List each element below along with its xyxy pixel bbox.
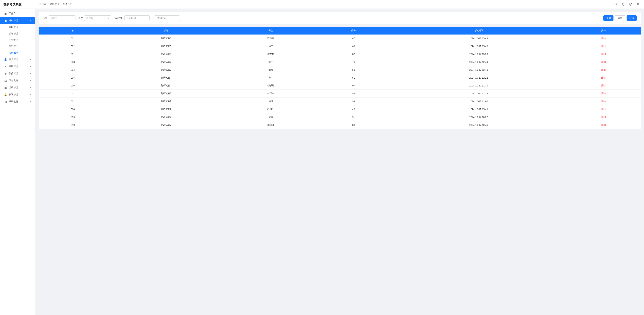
sidebar-item-exam-record[interactable]: 考试记录 (0, 50, 35, 56)
question-icon[interactable]: ? (628, 2, 632, 6)
sidebar-item-question-manage[interactable]: 题目管理 (0, 24, 35, 30)
paper-manage-label: 试卷管理 (9, 32, 18, 35)
delete-button[interactable]: 删除 (601, 123, 606, 126)
delete-button[interactable]: 删除 (601, 76, 606, 79)
cell-action: 删除 (566, 58, 641, 66)
cell-paper: 测试试卷3 (107, 121, 225, 129)
cell-paper: 测试试卷1 (107, 58, 225, 66)
cell-time: 2024-10-17 15:49 (390, 105, 566, 113)
paper-select[interactable]: 请选择 (49, 15, 76, 21)
student-select[interactable]: 请选择 (84, 15, 111, 21)
reset-button[interactable]: 重置 (615, 15, 625, 21)
table-row: 003 测试试卷1 沈中 76 2024-10-17 12:49 删除 (38, 58, 641, 66)
sidebar-item-paper-manage[interactable]: 试卷管理 (0, 30, 35, 37)
export-button[interactable]: 导出 (626, 15, 636, 21)
cell-id: 003 (38, 58, 107, 66)
user-avatar-icon[interactable] (636, 2, 640, 6)
breadcrumb-item-exam-manage[interactable]: 考试管理 (50, 3, 59, 6)
cell-time: 2024-10-17 12:22 (390, 74, 566, 82)
delete-button[interactable]: 删除 (601, 60, 606, 63)
table-row: 004 测试试卷1 邵煜 59 2024-10-17 12:40 删除 (38, 66, 641, 74)
cell-time: 2024-10-17 15:40 (390, 42, 566, 50)
cell-action: 删除 (566, 74, 641, 82)
cell-time: 2024-10-17 15:20 (390, 50, 566, 58)
decoration-manage-icon: ⚙ (4, 72, 7, 75)
question-manage-label: 题目管理 (9, 26, 18, 29)
exam-manage-submenu: 题目管理 试卷管理 年限管理 类型管理 考试记录 (0, 24, 35, 56)
cell-score: 43 (316, 105, 390, 113)
cell-student: 邵煜 (225, 66, 317, 74)
delete-button[interactable]: 删除 (601, 37, 606, 40)
delete-button[interactable]: 删除 (601, 84, 606, 87)
cell-paper: 测试试卷3 (107, 113, 225, 121)
search-icon[interactable] (614, 2, 618, 6)
sidebar-item-decoration-manage[interactable]: ⚙ 装修管理 ∨ (0, 70, 35, 77)
breadcrumb-sep-2: › (60, 3, 62, 6)
app-logo: 在线考试系统 (0, 0, 35, 9)
sidebar-item-exam-manage[interactable]: ◼ 考试管理 ∧ (0, 17, 35, 24)
cell-student: 侯中 (225, 42, 317, 50)
filter-group-time: 考试时间 — (114, 15, 180, 21)
cell-action: 删除 (566, 105, 641, 113)
delete-button[interactable]: 删除 (601, 68, 606, 71)
svg-point-4 (638, 3, 639, 4)
cell-score: 88 (316, 121, 390, 129)
sidebar-item-channel-settings[interactable]: ▤ 渠道设置 ∨ (0, 77, 35, 84)
cell-paper: 测试试卷2 (107, 105, 225, 113)
col-time: 考试时间 (390, 27, 566, 34)
end-date-input[interactable] (155, 15, 180, 21)
start-date-input[interactable] (124, 15, 150, 21)
exam-record-label: 考试记录 (9, 51, 18, 54)
paper-select-wrapper: 请选择 (49, 15, 76, 21)
sidebar: 在线考试系统 ▣ 工作台 ◼ 考试管理 ∧ 题目管理 试卷管理 年限管理 类型管… (0, 0, 35, 315)
permission-manage-icon: 🔒 (4, 93, 7, 96)
user-manage-icon: 👤 (4, 58, 7, 61)
sidebar-item-system-settings[interactable]: ⊞ 系统设置 ∨ (0, 98, 35, 105)
sidebar-item-org-manage[interactable]: ▦ 组织管理 ∨ (0, 84, 35, 91)
col-id: ID (38, 27, 107, 34)
cell-score: 82 (316, 50, 390, 58)
sidebar-item-app-manage[interactable]: ≡ 应用管理 ∨ (0, 63, 35, 70)
sidebar-item-year-manage[interactable]: 年限管理 (0, 37, 35, 43)
cell-action: 删除 (566, 42, 641, 50)
table-row: 009 测试试卷3 康雨 91 2024-10-17 10:22 删除 (38, 113, 641, 121)
breadcrumb: 工作台 › 考试管理 › 考试记录 (39, 3, 72, 6)
cell-action: 删除 (566, 82, 641, 90)
cell-id: 001 (38, 50, 107, 58)
type-manage-label: 类型管理 (9, 45, 18, 48)
cell-time: 2024-10-17 10:22 (390, 113, 566, 121)
delete-button[interactable]: 删除 (601, 45, 606, 48)
header-actions: ? (614, 2, 640, 6)
channel-settings-arrow: ∨ (30, 79, 31, 82)
cell-action: 删除 (566, 34, 641, 42)
delete-button[interactable]: 删除 (601, 92, 606, 95)
bell-icon[interactable] (621, 2, 625, 6)
breadcrumb-item-dashboard[interactable]: 工作台 (39, 3, 46, 6)
user-manage-label: 用户管理 (9, 58, 18, 61)
cell-student: 沈中 (225, 58, 317, 66)
filter-student-label: 考生 (78, 16, 83, 19)
sidebar-item-permission-manage[interactable]: 🔒 权限管理 ∨ (0, 91, 35, 98)
delete-button[interactable]: 删除 (601, 100, 606, 103)
exam-manage-arrow: ∧ (30, 19, 31, 22)
delete-button[interactable]: 删除 (601, 116, 606, 119)
student-select-wrapper: 请选择 (84, 15, 111, 21)
sidebar-item-user-manage[interactable]: 👤 用户管理 ∨ (0, 56, 35, 63)
delete-button[interactable]: 删除 (601, 108, 606, 111)
cell-id: 009 (38, 113, 107, 121)
cell-student: 胡祺敏 (225, 82, 317, 90)
delete-button[interactable]: 删除 (601, 53, 606, 56)
filter-group-student: 考生 请选择 (78, 15, 111, 21)
svg-line-1 (616, 5, 617, 5)
sidebar-item-type-manage[interactable]: 类型管理 (0, 43, 35, 50)
cell-id: 010 (38, 121, 107, 129)
query-button[interactable]: 查询 (604, 15, 614, 21)
sidebar-item-dashboard[interactable]: ▣ 工作台 (0, 10, 35, 17)
cell-action: 删除 (566, 121, 641, 129)
cell-score: 59 (316, 66, 390, 74)
sidebar-item-exam-manage-label: 考试管理 (9, 19, 18, 22)
table-row: 010 测试试卷3 梅雨泽 88 2024-10-17 10:46 删除 (38, 121, 641, 129)
filter-paper-label: 试卷 (42, 16, 47, 19)
cell-student: 林世 (225, 97, 317, 105)
cell-score: 51 (316, 74, 390, 82)
